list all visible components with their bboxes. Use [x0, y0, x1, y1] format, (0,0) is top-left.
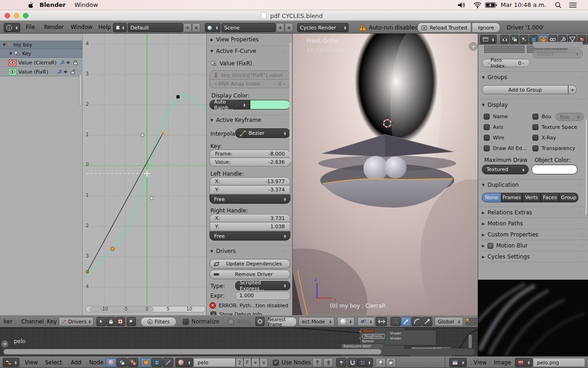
viewport-shading-dropdown[interactable]: ▲▼	[337, 317, 355, 326]
battery-icon[interactable]	[485, 2, 497, 8]
copy-nodes-icon[interactable]	[376, 358, 386, 367]
ignore-button[interactable]: Ignore	[472, 23, 500, 33]
checkbox[interactable]	[484, 124, 490, 130]
wifi-icon[interactable]	[473, 2, 482, 8]
panel-drag-dots-icon[interactable]: ::::	[282, 37, 289, 42]
menu-add[interactable]: Add	[68, 359, 84, 366]
panel-drag-dots-icon[interactable]: ::::	[282, 118, 289, 122]
screen-layout-icon-button[interactable]: ▲▼	[113, 23, 127, 32]
scene-name-field[interactable]: Scene	[221, 23, 276, 32]
panel-motion-paths[interactable]: ▶Motion Paths::::	[482, 220, 585, 227]
expand-triangle-icon[interactable]: ▼	[9, 52, 12, 56]
node-add-shader-partial[interactable]: Shader Shader	[385, 330, 436, 345]
material-preview-dropdown[interactable]: ▲▼	[175, 358, 193, 367]
check-bounds[interactable]: Bou	[532, 114, 551, 120]
left-handle-x-slider[interactable]: X:-13.977	[209, 177, 290, 185]
checkbox-checked[interactable]: ✓	[228, 319, 234, 325]
render-engine-dropdown[interactable]: Cycles Render ▲▼	[297, 23, 349, 32]
check-name[interactable]: Name	[484, 114, 508, 120]
panel-active-keyframe[interactable]: ▼Active Keyframe::::	[210, 117, 289, 123]
left-handle-type-dropdown[interactable]: Free▲▼	[209, 195, 290, 204]
eyeball-left[interactable]	[363, 156, 388, 181]
menu-channel[interactable]: Channel	[18, 318, 46, 325]
menubar-clock[interactable]: Mar 10:48 a.m.	[501, 1, 546, 8]
left-handle-y-slider[interactable]: Y:-3.374	[209, 186, 290, 194]
checkbox[interactable]	[484, 135, 490, 141]
handle-point-left[interactable]	[86, 270, 89, 273]
panel-groups[interactable]: ▼Groups::::	[482, 74, 585, 80]
update-dependencies-button[interactable]: Update Dependencies	[209, 259, 290, 269]
menu-render[interactable]: Render	[41, 24, 67, 30]
dup-group-button[interactable]: Group	[559, 193, 578, 202]
driver-type-dropdown[interactable]: Scripted Express...▲▼	[235, 281, 290, 290]
right-handle-type-dropdown[interactable]: Free▲▼	[209, 231, 290, 241]
panel-drag-dots-icon[interactable]: ::::	[577, 232, 585, 237]
object-dropdown-disabled[interactable]: Object▲▼	[532, 49, 583, 58]
panel-drag-dots-icon[interactable]: ::::	[577, 103, 585, 107]
panel-drivers[interactable]: ▼Drivers::::	[210, 248, 289, 254]
pivot-point-dropdown[interactable]: ▲▼	[357, 317, 375, 326]
check-wire[interactable]: Wire	[484, 135, 504, 141]
menu-select[interactable]: Select	[42, 359, 65, 366]
menu-file[interactable]: File	[23, 24, 38, 30]
menubar-window-menu[interactable]: Window	[74, 1, 98, 8]
properties-scrollbar[interactable]	[585, 119, 588, 215]
graph-plot-region[interactable]	[83, 34, 207, 315]
add-to-group-button[interactable]: Add to Group	[482, 85, 568, 94]
manipulator-scale-icon[interactable]	[422, 317, 432, 326]
window-titlebar[interactable]: pdf CYCLES.blend	[0, 10, 588, 21]
editor-type-image-button[interactable]: ▲▼	[449, 358, 467, 367]
eyeball-right[interactable]	[384, 156, 407, 178]
context-linestyle-icon[interactable]	[163, 358, 173, 367]
fcurve-fixr[interactable]	[86, 95, 207, 276]
channel-row-fixr[interactable]: Value (FixR)	[0, 68, 83, 76]
menu-image[interactable]: Image	[491, 359, 514, 366]
remove-driver-button[interactable]: Remove Driver	[209, 270, 290, 279]
panel-drag-dots-icon[interactable]: ::::	[282, 249, 289, 253]
snap-element-dropdown[interactable]: ▲▼	[357, 358, 373, 367]
shader-material-icon-active[interactable]	[106, 358, 116, 367]
checkbox[interactable]	[532, 145, 538, 151]
channel-row-key[interactable]: ▼ Key	[0, 49, 83, 58]
manipulator-translate-icon-active[interactable]	[401, 317, 411, 326]
use-nodes-toggle[interactable]: ✓Use Nodes	[273, 359, 311, 366]
shader-texture-icon[interactable]	[117, 358, 127, 367]
image-select-dropdown[interactable]: ▲▼	[515, 358, 532, 367]
keyframe-point-selected[interactable]	[176, 95, 180, 98]
maximum-draw-dropdown[interactable]: Textured▲▼	[482, 165, 529, 174]
panel-view-properties[interactable]: ▶View Properties::::	[210, 36, 289, 43]
panel-drag-dots-icon[interactable]: ::::	[577, 183, 585, 187]
editor-type-properties-button[interactable]: ▲▼	[480, 35, 497, 44]
channel-scrollbar[interactable]	[79, 74, 82, 106]
editor-type-info-button[interactable]: i ▲▼	[4, 23, 20, 32]
lock-closed-icon[interactable]	[73, 60, 78, 65]
wrench-icon[interactable]	[57, 69, 62, 75]
snap-dropdown[interactable]: Nearest Frame	[267, 317, 297, 327]
delete-layout-button[interactable]: ×	[192, 23, 200, 32]
region-toggle-plus[interactable]: +	[469, 42, 477, 51]
panel-custom-properties[interactable]: ▶Custom Properties::::	[482, 231, 585, 238]
scene-icon-button[interactable]: ▲▼	[205, 23, 220, 32]
dup-faces-button[interactable]: Faces	[541, 193, 559, 202]
material-name-field[interactable]: pelo	[193, 358, 236, 367]
speaker-icon[interactable]	[63, 69, 68, 74]
display-color-swatch[interactable]	[250, 100, 290, 109]
add-group-plus-button[interactable]: +	[568, 85, 577, 94]
close-window-button[interactable]	[5, 13, 10, 18]
panel-drag-dots-icon[interactable]: ::::	[577, 243, 585, 248]
color-mode-dropdown[interactable]: Auto Rainb... ▲▼	[209, 100, 250, 109]
panel-drag-dots-icon[interactable]: ::::	[577, 221, 585, 226]
node-h-scrollbar[interactable]	[3, 349, 475, 355]
snap-magnet-icon[interactable]	[347, 358, 357, 367]
check-xray[interactable]: X-Ray	[532, 135, 556, 141]
checkbox[interactable]	[484, 145, 490, 151]
show-debug-row[interactable]: ✓ Show Debug Info	[210, 311, 262, 315]
panel-drag-dots-icon[interactable]: ::::	[577, 75, 585, 80]
menu-view[interactable]: View	[22, 359, 40, 366]
normalize-toggle[interactable]: Normalize	[183, 318, 219, 325]
expression-field[interactable]: 1.000	[235, 291, 290, 300]
channel-row-object[interactable]: ▼ ▽ my boy	[0, 40, 83, 49]
transform-orientation-dropdown[interactable]: Global▲▼	[435, 317, 463, 326]
image-editor-content[interactable]	[478, 280, 588, 356]
context-object-icon-active[interactable]	[141, 358, 151, 367]
